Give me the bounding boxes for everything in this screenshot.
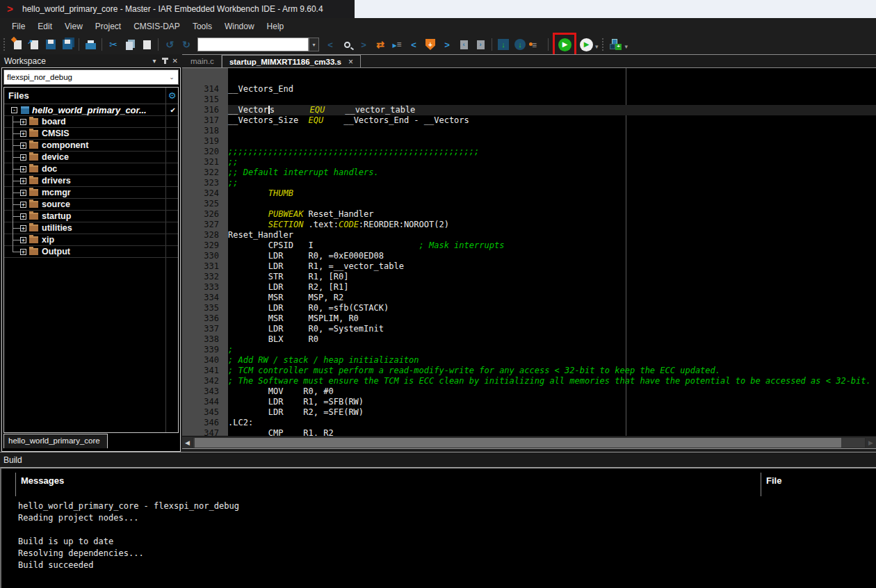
menu-item-edit[interactable]: Edit — [31, 19, 58, 34]
new-document-button[interactable] — [9, 37, 26, 52]
code-line[interactable]: 332 STR R1, [R0] — [182, 272, 876, 282]
expand-box-icon[interactable]: + — [20, 178, 26, 184]
next-file-button[interactable]: › — [472, 37, 489, 52]
tab-startup-file[interactable]: startup_MIMXRT1186_cm33.s × — [222, 55, 361, 67]
next-bookmark-button[interactable]: > — [439, 37, 455, 52]
expand-box-icon[interactable]: + — [20, 142, 26, 149]
close-tab-icon[interactable]: × — [348, 57, 353, 67]
expand-box-icon[interactable]: + — [20, 237, 26, 243]
save-button[interactable] — [42, 37, 59, 52]
copy-button[interactable] — [122, 37, 138, 52]
collapse-box-icon[interactable]: - — [11, 107, 17, 113]
code-line[interactable]: 321;; — [182, 157, 876, 168]
download-and-debug-button[interactable]: ▶ — [558, 37, 571, 52]
code-line[interactable]: 345 LDR R2, =SFE(RW) — [182, 407, 876, 418]
tree-row-device[interactable]: +device — [4, 152, 178, 163]
code-line[interactable]: 339; — [182, 345, 876, 355]
expand-box-icon[interactable]: + — [20, 131, 26, 137]
tree-row-xip[interactable]: +xip — [4, 234, 178, 246]
expand-box-icon[interactable]: + — [20, 154, 26, 161]
print-button[interactable] — [82, 37, 99, 52]
code-line[interactable]: 347 CMP R1, R2 — [182, 428, 876, 436]
code-line[interactable]: 322;; Default interrupt handlers. — [182, 168, 876, 178]
code-line[interactable]: 340; Add RW / stack / heap initializaito… — [182, 355, 876, 366]
tree-row-component[interactable]: +component — [4, 140, 178, 152]
gear-icon[interactable]: ⚙ — [166, 90, 178, 101]
build-message-line[interactable]: Build succeeded — [18, 560, 239, 571]
previous-bookmark-button[interactable]: < — [405, 37, 422, 52]
go-to-button[interactable]: ▶≡ — [389, 37, 405, 52]
code-line[interactable]: 344 LDR R1, =SFB(RW) — [182, 397, 876, 407]
tree-row-mcmgr[interactable]: +mcmgr — [4, 187, 178, 199]
code-line[interactable]: 318 — [182, 126, 876, 136]
code-line[interactable]: 343 MOV R0, #0 — [182, 386, 876, 397]
find-button[interactable] — [339, 37, 355, 52]
navigate-swap-button[interactable]: ⇄ — [372, 37, 389, 52]
redo-button[interactable]: ↻ — [178, 37, 195, 52]
code-line[interactable]: 325 — [182, 199, 876, 209]
cut-button[interactable]: ✂ — [105, 37, 122, 52]
build-configuration-button[interactable]: + — [608, 37, 624, 52]
build-dropdown-caret[interactable]: ▾ — [625, 43, 628, 50]
tree-row-startup[interactable]: +startup — [4, 211, 178, 222]
code-line[interactable]: 323;; — [182, 178, 876, 188]
code-line[interactable]: 333 LDR R2, [R1] — [182, 282, 876, 293]
project-tree-row[interactable]: - hello_world_primary_cor... ✔ — [4, 104, 178, 116]
horizontal-scrollbar[interactable]: ◀ ▶ — [182, 436, 876, 448]
tree-row-source[interactable]: +source — [4, 199, 178, 211]
open-document-button[interactable]: ↗ — [26, 37, 42, 52]
search-dropdown-button[interactable]: ▾ — [309, 38, 319, 51]
code-line[interactable]: 328Reset_Handler — [182, 230, 876, 240]
save-all-button[interactable] — [59, 37, 76, 52]
code-line[interactable]: 329 CPSID I ; Mask interrupts — [182, 240, 876, 251]
code-line[interactable]: 336 MSR MSPLIM, R0 — [182, 313, 876, 324]
code-line[interactable]: 319 — [182, 136, 876, 147]
configuration-selector[interactable]: flexspi_nor_debug ⌄ — [3, 70, 179, 85]
find-previous-button[interactable]: < — [322, 37, 339, 52]
build-message-line[interactable]: Resolving dependencies... — [18, 548, 239, 560]
download-active-button[interactable]: ↓ — [512, 37, 528, 52]
code-line[interactable]: 326 PUBWEAK Reset_Handler — [182, 209, 876, 220]
build-message-line[interactable]: hello_world_primary_core - flexspi_nor_d… — [18, 500, 239, 512]
tree-row-output[interactable]: +Output — [4, 246, 178, 258]
debug-dropdown-caret[interactable]: ▾ — [595, 43, 599, 50]
scroll-left-arrow-icon[interactable]: ◀ — [182, 437, 193, 448]
tree-row-doc[interactable]: +doc — [4, 163, 178, 175]
search-input[interactable] — [197, 38, 309, 51]
code-line[interactable]: 315 — [182, 95, 876, 105]
expand-box-icon[interactable]: + — [20, 166, 26, 172]
previous-file-button[interactable]: ‹ — [455, 37, 472, 52]
code-line[interactable]: 320;;;;;;;;;;;;;;;;;;;;;;;;;;;;;;;;;;;;;… — [182, 147, 876, 157]
tab-main-c[interactable]: main.c — [184, 55, 222, 67]
code-line[interactable]: 330 LDR R0, =0xE000ED08 — [182, 251, 876, 261]
code-line[interactable]: 334 MSR MSP, R2 — [182, 293, 876, 303]
menu-item-tools[interactable]: Tools — [186, 19, 218, 34]
scroll-right-arrow-icon[interactable]: ▶ — [866, 437, 876, 448]
expand-box-icon[interactable]: + — [20, 190, 26, 196]
menu-item-file[interactable]: File — [6, 19, 31, 34]
expand-box-icon[interactable]: + — [20, 119, 26, 125]
file-column-separator[interactable] — [761, 473, 761, 496]
code-line[interactable]: 338 BLX R0 — [182, 334, 876, 345]
debug-without-downloading-button[interactable]: ▶ — [578, 37, 594, 52]
menu-item-project[interactable]: Project — [89, 19, 127, 34]
find-next-button[interactable]: > — [355, 37, 372, 52]
workspace-menu-icon[interactable]: ▾ — [153, 57, 156, 65]
code-line[interactable]: 337 LDR R0, =SystemInit — [182, 324, 876, 334]
paste-button[interactable] — [138, 37, 155, 52]
tree-row-utilities[interactable]: +utilities — [4, 222, 178, 234]
build-message-line[interactable]: Reading project nodes... — [18, 512, 239, 524]
tree-row-board[interactable]: +board — [4, 116, 178, 128]
code-line[interactable]: 335 LDR R0, =sfb(CSTACK) — [182, 303, 876, 313]
expand-box-icon[interactable]: + — [20, 213, 26, 220]
code-line[interactable]: 342; The Software must ensure the TCM is… — [182, 376, 876, 386]
tree-row-drivers[interactable]: +drivers — [4, 175, 178, 187]
expand-box-icon[interactable]: + — [20, 249, 26, 255]
workspace-project-tab[interactable]: hello_world_primary_core — [3, 434, 108, 448]
code-line[interactable]: 327 SECTION .text:CODE:REORDER:NOROOT(2) — [182, 220, 876, 230]
menu-item-cmsis-dap[interactable]: CMSIS-DAP — [127, 19, 186, 34]
code-line[interactable]: 341; TCM controller must perform a read-… — [182, 366, 876, 376]
code-line[interactable]: 324 THUMB — [182, 188, 876, 199]
menu-item-help[interactable]: Help — [261, 19, 291, 34]
code-line[interactable]: 317__Vectors_Size EQU __Vectors_End - __… — [182, 115, 876, 126]
